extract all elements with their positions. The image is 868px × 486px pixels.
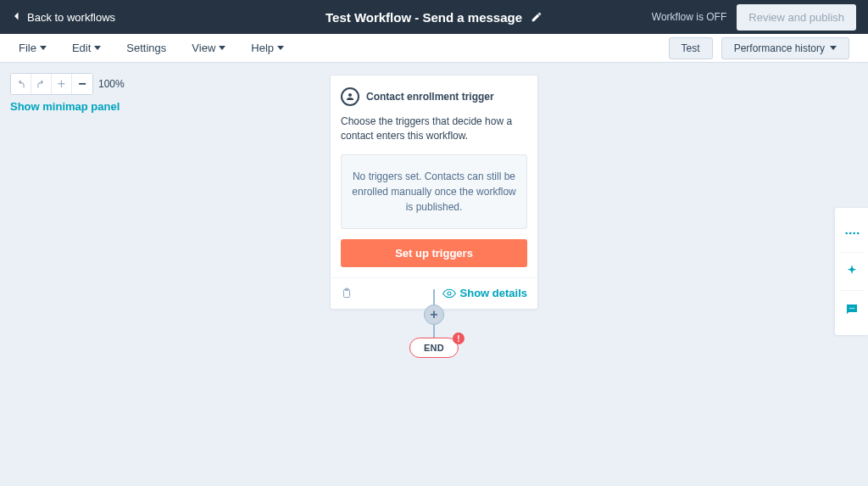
sparkle-icon (844, 264, 860, 279)
card-header: Contact enrollment trigger (341, 87, 527, 106)
svg-point-2 (448, 292, 451, 295)
chevron-down-icon (277, 46, 284, 50)
zoom-toolbar: + − 100% (10, 73, 125, 95)
menu-file[interactable]: File (19, 42, 47, 54)
performance-history-button[interactable]: Performance history (721, 37, 849, 59)
workflow-canvas: + − 100% Show minimap panel Contact enro… (0, 63, 868, 486)
alert-badge: ! (453, 332, 465, 344)
top-right-group: Workflow is OFF Review and publish (652, 4, 856, 31)
undo-button[interactable] (11, 74, 31, 94)
redo-button[interactable] (31, 74, 52, 94)
review-publish-button[interactable]: Review and publish (737, 4, 856, 31)
grid-dots-icon (844, 226, 860, 241)
eye-icon (442, 287, 456, 300)
right-rail (834, 207, 868, 336)
menu-right: Test Performance history (669, 37, 849, 59)
test-button[interactable]: Test (669, 37, 713, 59)
rail-grid-button[interactable] (835, 215, 868, 252)
chevron-left-icon (12, 11, 22, 24)
svg-point-8 (851, 308, 853, 310)
connector-line (433, 325, 435, 338)
show-minimap-link[interactable]: Show minimap panel (10, 100, 120, 113)
menu-settings[interactable]: Settings (126, 42, 166, 54)
edit-title-button[interactable] (531, 11, 542, 23)
back-label: Back to workflows (27, 11, 115, 24)
setup-triggers-button[interactable]: Set up triggers (341, 239, 527, 267)
menu-bar: File Edit Settings View Help Test Perfor… (0, 34, 868, 63)
chevron-down-icon (40, 46, 47, 50)
svg-point-5 (853, 232, 855, 235)
empty-state-message: No triggers set. Contacts can still be e… (341, 154, 527, 229)
zoom-level: 100% (98, 78, 125, 90)
show-details-link[interactable]: Show details (442, 287, 527, 300)
zoom-out-button[interactable]: − (72, 74, 92, 94)
enrollment-trigger-card: Contact enrollment trigger Choose the tr… (330, 75, 538, 310)
menu-view[interactable]: View (192, 42, 225, 54)
connector-line (433, 289, 435, 304)
workflow-status: Workflow is OFF (652, 11, 726, 23)
chevron-down-icon (94, 46, 101, 50)
person-icon (341, 87, 359, 106)
zoom-buttons: + − (10, 73, 93, 95)
add-step-button[interactable]: + (424, 304, 444, 325)
chat-icon (844, 302, 860, 317)
svg-point-3 (845, 232, 848, 235)
zoom-in-button[interactable]: + (52, 74, 72, 94)
page-title-group: Test Workflow - Send a message (326, 10, 542, 25)
svg-point-4 (849, 232, 851, 235)
menu-edit[interactable]: Edit (72, 42, 101, 54)
svg-point-9 (853, 308, 854, 310)
menu-help[interactable]: Help (251, 42, 284, 54)
workflow-title: Test Workflow - Send a message (326, 10, 522, 25)
top-bar: Back to workflows Test Workflow - Send a… (0, 0, 868, 34)
rail-sparkle-button[interactable] (835, 253, 868, 290)
clipboard-icon[interactable] (341, 288, 353, 299)
rail-chat-button[interactable] (835, 291, 868, 328)
chevron-down-icon (219, 46, 225, 50)
back-to-workflows-link[interactable]: Back to workflows (12, 11, 115, 24)
card-title: Contact enrollment trigger (366, 91, 494, 103)
end-node[interactable]: END ! (409, 338, 459, 358)
chevron-down-icon (830, 46, 837, 50)
card-description: Choose the triggers that decide how a co… (341, 115, 527, 144)
svg-point-6 (856, 232, 859, 235)
menu-left: File Edit Settings View Help (19, 42, 284, 54)
svg-point-7 (849, 308, 851, 310)
